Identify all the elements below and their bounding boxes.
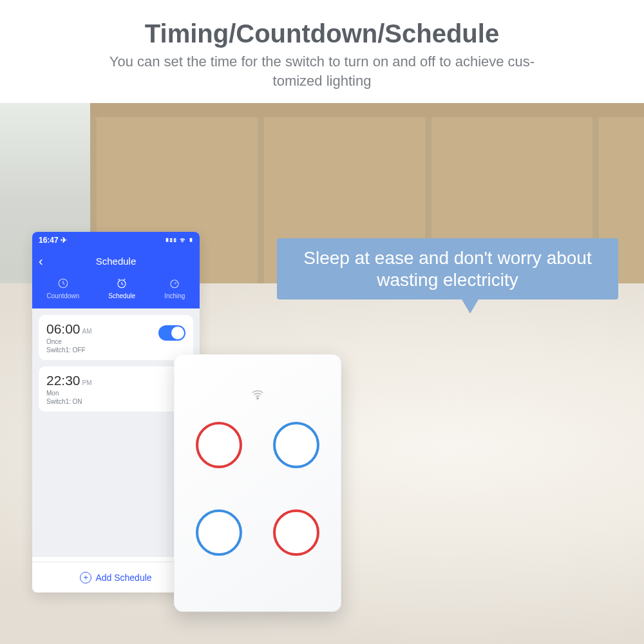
wifi-icon (251, 388, 265, 405)
status-bar: 16:47 ✈ ▮▯▯ ᯤ ▮ (32, 232, 200, 249)
schedule-item[interactable]: 22:30 PM Mon Switch1: ON (39, 366, 193, 412)
page-title: Timing/Countdown/Schedule (39, 19, 605, 48)
tab-label: Inching (164, 292, 185, 299)
switch-panel (174, 354, 341, 612)
schedule-detail: Switch1: OFF (46, 346, 92, 354)
app-navbar: ‹ Schedule (32, 249, 200, 273)
nav-title: Schedule (96, 256, 137, 267)
schedule-item[interactable]: 06:00 AM Once Switch1: OFF (39, 315, 193, 360)
timer-icon (168, 277, 181, 290)
tab-countdown[interactable]: Countdown (47, 277, 80, 299)
tab-schedule[interactable]: Schedule (108, 277, 135, 299)
page-subtitle: You can set the time for the switch to t… (39, 52, 605, 90)
status-indicators: ▮▯▯ ᯤ ▮ (166, 236, 193, 245)
plus-icon: + (80, 572, 91, 583)
switch-button-2[interactable] (273, 422, 319, 468)
alarm-icon (115, 277, 128, 290)
schedule-time: 06:00 (46, 321, 80, 337)
schedule-detail: Switch1: ON (46, 398, 92, 405)
schedule-time: 22:30 (46, 373, 80, 388)
schedule-toggle[interactable] (158, 325, 185, 341)
speech-bubble: Sleep at ease and don't worry about wast… (277, 238, 618, 299)
clock-icon (57, 277, 70, 290)
schedule-ampm: AM (82, 328, 92, 335)
schedule-repeat: Mon (46, 390, 92, 397)
tab-inching[interactable]: Inching (164, 277, 185, 299)
tab-label: Schedule (108, 292, 135, 299)
schedule-repeat: Once (46, 338, 92, 345)
schedule-ampm: PM (82, 379, 92, 386)
tab-bar: Countdown Schedule Inching (32, 273, 200, 308)
add-label: Add Schedule (95, 573, 151, 583)
switch-button-3[interactable] (196, 509, 242, 556)
svg-point-3 (257, 397, 258, 399)
switch-button-4[interactable] (273, 509, 319, 556)
tab-label: Countdown (47, 292, 80, 299)
switch-button-1[interactable] (196, 422, 242, 468)
status-time: 16:47 ✈ (39, 236, 67, 245)
back-button[interactable]: ‹ (39, 254, 43, 269)
